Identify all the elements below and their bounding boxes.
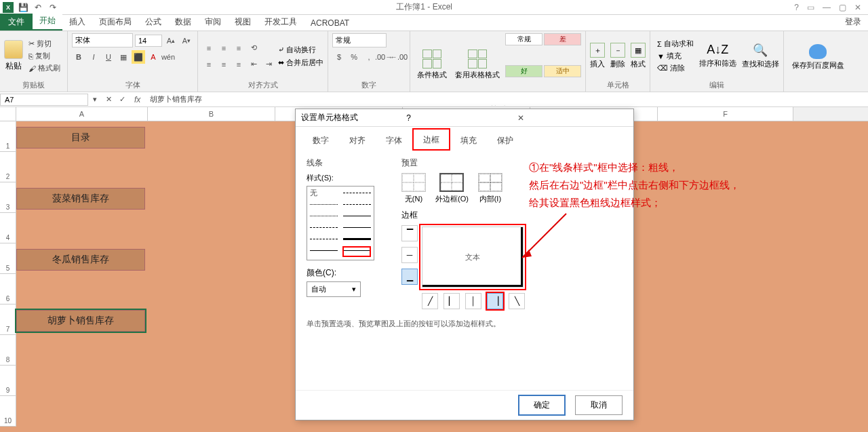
indent-inc-icon[interactable]: ⇥ [262, 58, 275, 71]
cell[interactable] [16, 396, 148, 427]
tab-formula[interactable]: 公式 [138, 14, 168, 31]
dialog-close-icon[interactable]: ✕ [512, 113, 628, 123]
cell[interactable] [16, 152, 148, 182]
line-style-item[interactable] [310, 212, 338, 219]
close-window-icon[interactable]: ✕ [854, 3, 861, 12]
preset-inner-button[interactable]: 内部(I) [478, 173, 502, 204]
wrap-text-button[interactable]: ⤶ 自动换行 [278, 45, 323, 55]
percent-icon[interactable]: % [347, 50, 361, 64]
line-style-item[interactable] [310, 201, 338, 208]
fill-button[interactable]: ▼填充 [654, 50, 696, 62]
line-style-thick[interactable] [343, 236, 371, 243]
redo-icon[interactable]: ↷ [47, 2, 58, 13]
align-top-icon[interactable]: ≡ [202, 41, 216, 55]
dlg-tab-border[interactable]: 边框 [412, 128, 450, 151]
align-middle-icon[interactable]: ≡ [217, 41, 231, 55]
fill-color-button[interactable]: ⬛ [132, 50, 145, 64]
undo-icon[interactable]: ↶ [33, 2, 43, 13]
dialog-help-icon[interactable]: ? [406, 113, 511, 123]
style-bad[interactable]: 差 [544, 33, 581, 45]
align-bottom-icon[interactable]: ≡ [232, 41, 245, 55]
paste-button[interactable]: 粘贴 [4, 40, 23, 72]
col-header-b[interactable]: B [148, 107, 275, 121]
data-cell[interactable]: 胡萝卜销售库存 [16, 310, 145, 332]
namebox-dropdown-icon[interactable]: ▾ [88, 93, 102, 106]
col-header-f[interactable]: F [658, 107, 793, 121]
border-color-selector[interactable]: 自动 ▾ [307, 281, 361, 297]
name-box[interactable] [0, 94, 88, 106]
select-all-corner[interactable] [0, 107, 16, 121]
dlg-tab-align[interactable]: 对齐 [339, 131, 376, 151]
ribbon-options-icon[interactable]: ▭ [807, 3, 814, 12]
tab-view[interactable]: 视图 [228, 14, 258, 31]
align-right-icon[interactable]: ≡ [232, 58, 245, 71]
format-cell-button[interactable]: ▦格式 [631, 43, 646, 69]
style-good[interactable]: 好 [505, 65, 542, 77]
tab-dev[interactable]: 开发工具 [258, 14, 304, 31]
insert-cell-button[interactable]: ＋插入 [590, 43, 605, 69]
decrease-font-icon[interactable]: A▾ [180, 34, 193, 47]
autosum-button[interactable]: Σ自动求和 [654, 38, 696, 50]
cell[interactable] [16, 213, 148, 243]
border-top-button[interactable]: ▔ [401, 225, 418, 241]
row-header[interactable]: 5 [0, 243, 16, 274]
dlg-tab-font[interactable]: 字体 [376, 131, 412, 151]
row-header[interactable]: 10 [0, 396, 16, 427]
line-style-box[interactable]: 无 [307, 186, 374, 260]
border-preview[interactable]: 文本 [422, 227, 524, 288]
row-header[interactable]: 7 [0, 305, 16, 335]
accept-formula-icon[interactable]: ✓ [115, 93, 129, 106]
row-header[interactable]: 8 [0, 335, 16, 366]
font-color-button[interactable]: A [146, 50, 160, 64]
border-right-button[interactable]: ▕ [487, 293, 503, 309]
maximize-icon[interactable]: ▢ [839, 3, 846, 12]
line-style-item[interactable] [343, 201, 371, 208]
cancel-formula-icon[interactable]: ✕ [102, 93, 115, 106]
tab-data[interactable]: 数据 [168, 14, 198, 31]
save-baidu-button[interactable]: 保存到百度网盘 [788, 44, 848, 71]
cancel-button[interactable]: 取消 [575, 395, 623, 415]
fx-icon[interactable]: fx [129, 95, 146, 104]
comma-icon[interactable]: , [362, 50, 376, 64]
sort-filter-button[interactable]: A↓Z排序和筛选 [699, 43, 736, 69]
style-normal[interactable]: 常规 [505, 33, 542, 45]
data-cell[interactable]: 目录 [16, 127, 145, 149]
phonetic-button[interactable]: wén [161, 50, 175, 64]
line-style-item[interactable] [343, 224, 371, 231]
find-select-button[interactable]: 🔍查找和选择 [742, 43, 779, 69]
border-vmid-button[interactable]: │ [465, 293, 481, 309]
cell-styles-gallery[interactable]: 常规 差 好 适中 [505, 33, 581, 96]
cell[interactable]: 菠菜销售库存 [16, 182, 148, 213]
bold-button[interactable]: B [72, 50, 85, 64]
italic-button[interactable]: I [87, 50, 100, 64]
help-icon[interactable]: ? [794, 3, 799, 12]
inc-decimal-icon[interactable]: .00→ [377, 50, 391, 64]
line-style-item[interactable] [310, 248, 338, 254]
merge-center-button[interactable]: ⬌ 合并后居中 [278, 58, 323, 68]
indent-dec-icon[interactable]: ⇤ [247, 58, 260, 71]
preset-none-button[interactable]: 无(N) [401, 173, 426, 204]
align-left-icon[interactable]: ≡ [202, 58, 216, 71]
dialog-titlebar[interactable]: 设置单元格格式 ? ✕ [296, 109, 633, 127]
minimize-icon[interactable]: — [823, 3, 831, 12]
cell[interactable]: 胡萝卜销售库存 [16, 305, 148, 335]
dlg-tab-fill[interactable]: 填充 [450, 131, 487, 151]
cell[interactable] [16, 366, 148, 396]
line-style-item[interactable] [310, 236, 338, 243]
clear-button[interactable]: ⌫清除 [654, 62, 696, 74]
dec-decimal-icon[interactable]: ←.00 [392, 50, 406, 64]
font-name-selector[interactable]: 宋体 [72, 33, 133, 47]
row-header[interactable]: 3 [0, 182, 16, 213]
row-header[interactable]: 9 [0, 366, 16, 396]
preset-outer-button[interactable]: 外边框(O) [435, 173, 469, 204]
dlg-tab-protect[interactable]: 保护 [487, 131, 524, 151]
line-style-none[interactable]: 无 [310, 189, 338, 196]
data-cell[interactable]: 冬瓜销售库存 [16, 249, 145, 271]
border-bottom-button[interactable]: ▁ [401, 269, 418, 285]
border-diag1-button[interactable]: ╱ [422, 293, 438, 309]
cell[interactable] [16, 335, 148, 366]
col-header-a[interactable]: A [16, 107, 148, 121]
line-style-item[interactable] [343, 189, 371, 196]
data-cell[interactable]: 菠菜销售库存 [16, 188, 145, 210]
tab-insert[interactable]: 插入 [62, 14, 92, 31]
